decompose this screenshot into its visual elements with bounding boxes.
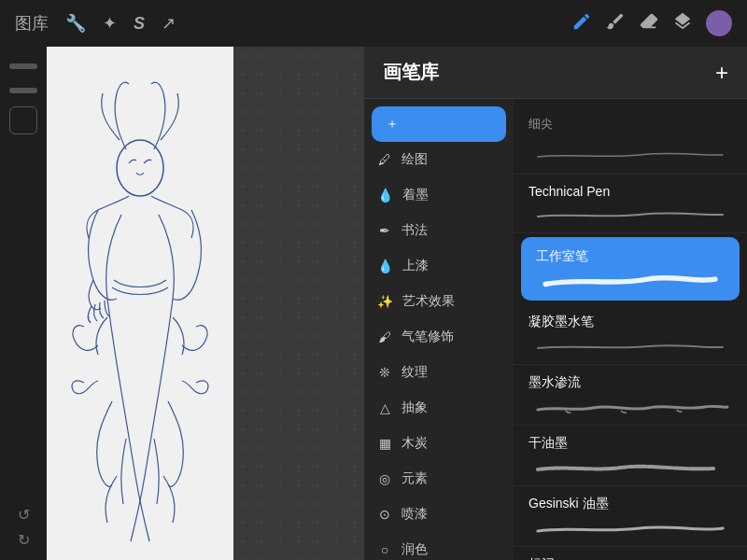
charcoal-label: 木炭: [402, 435, 428, 452]
category-item-spray[interactable]: ⊙ 喷漆: [364, 497, 514, 532]
category-item-painting[interactable]: 💧 上漆: [364, 248, 514, 284]
marker-label: 标记: [529, 556, 732, 560]
eraser-tool-icon[interactable]: [639, 11, 659, 36]
abstract-label: 抽象: [402, 399, 428, 416]
category-list: ＋ 🖊 绘图 💧 着墨 ✒ 书法 💧 上漆: [364, 99, 514, 560]
retouch-label: 润色: [402, 541, 428, 558]
dry-ink-stroke: [529, 457, 732, 476]
category-item-artistic[interactable]: ✨ 艺术效果: [364, 284, 514, 319]
ink-bleed-label: 墨水渗流: [529, 374, 732, 391]
gesinski-stroke: [529, 518, 732, 537]
brush-list: 细尖 Technical Pen: [514, 99, 747, 560]
painting-label: 上漆: [402, 258, 429, 274]
airbrush-icon: 🖌: [377, 329, 392, 344]
size-slider[interactable]: [9, 88, 37, 93]
canvas-area[interactable]: 画笔库 + ＋ 🖊 绘图 💧 着墨 ✒ 书法: [47, 47, 747, 560]
spray-icon: ⊙: [377, 507, 392, 522]
layers-icon[interactable]: [672, 11, 693, 36]
spray-label: 喷漆: [402, 506, 428, 523]
left-sidebar: ↺ ↻: [0, 47, 47, 560]
svg-point-0: [117, 140, 163, 196]
studio-pen-stroke: [536, 271, 725, 289]
magic-icon[interactable]: ✦: [103, 13, 117, 34]
gesinski-label: Gesinski 油墨: [529, 496, 732, 512]
transform-icon[interactable]: ↗: [162, 13, 176, 34]
category-item-drawing[interactable]: 🖊 绘图: [364, 142, 514, 177]
category-item-inking[interactable]: 💧 着墨: [364, 177, 514, 213]
redo-button[interactable]: ↻: [18, 531, 30, 549]
toolbar-left: 图库 🔧 ✦ S ↗: [15, 12, 176, 35]
brush-tool-icon[interactable]: [605, 11, 626, 36]
brush-item-technical-pen[interactable]: Technical Pen: [514, 175, 747, 233]
pen-tool-icon[interactable]: [571, 11, 592, 36]
category-item-add[interactable]: ＋: [372, 106, 506, 142]
dry-ink-label: 干油墨: [529, 435, 732, 452]
technical-pen-stroke: [529, 204, 732, 223]
texture-icon: ❊: [377, 365, 392, 380]
retouch-icon: ○: [377, 542, 392, 557]
calligraphy-icon: ✒: [377, 223, 392, 238]
library-button[interactable]: 图库: [15, 12, 49, 35]
color-picker-btn[interactable]: [9, 106, 37, 134]
technical-pen-label: Technical Pen: [529, 184, 732, 199]
user-avatar[interactable]: [706, 10, 732, 36]
inking-label: 着墨: [402, 187, 429, 203]
drawing-label: 绘图: [402, 151, 428, 168]
brush-library-title: 画笔库: [383, 60, 439, 85]
drawing-icon: 🖊: [377, 152, 392, 167]
painting-icon: 💧: [377, 259, 393, 273]
brush-item-ink-bleed[interactable]: 墨水渗流: [514, 365, 747, 426]
ink-bleed-stroke: [529, 397, 732, 415]
brush-item-gesinski[interactable]: Gesinski 油墨: [514, 486, 747, 547]
wrench-icon[interactable]: 🔧: [65, 13, 86, 34]
undo-button[interactable]: ↺: [18, 506, 30, 524]
toolbar: 图库 🔧 ✦ S ↗: [0, 0, 747, 47]
charcoal-icon: ▦: [377, 436, 392, 451]
brush-content: ＋ 🖊 绘图 💧 着墨 ✒ 书法 💧 上漆: [364, 99, 747, 560]
texture-label: 纹理: [402, 364, 428, 381]
elements-icon: ◎: [377, 471, 392, 486]
abstract-icon: △: [377, 400, 392, 415]
gel-ink-stroke: [529, 336, 732, 355]
calligraphy-label: 书法: [402, 222, 428, 239]
category-item-elements[interactable]: ◎ 元素: [364, 461, 514, 497]
brush-item-marker[interactable]: 标记: [514, 547, 747, 560]
brush-library-panel: 画笔库 + ＋ 🖊 绘图 💧 着墨 ✒ 书法: [364, 47, 747, 560]
brush-item-studio-pen[interactable]: 工作室笔: [521, 237, 740, 301]
inking-icon: 💧: [377, 188, 393, 203]
brush-item-gel-ink[interactable]: 凝胶墨水笔: [514, 304, 747, 365]
airbrush-label: 气笔修饰: [402, 329, 454, 345]
category-item-calligraphy[interactable]: ✒ 书法: [364, 213, 514, 248]
section-header-xijian: 细尖: [514, 106, 747, 136]
studio-pen-label: 工作室笔: [536, 248, 725, 265]
brush-item-dry-ink[interactable]: 干油墨: [514, 426, 747, 486]
brush-stroke-xijian: [529, 146, 732, 164]
elements-label: 元素: [402, 470, 428, 487]
toolbar-right: [571, 10, 732, 36]
category-item-texture[interactable]: ❊ 纹理: [364, 355, 514, 390]
add-brush-button[interactable]: +: [715, 62, 728, 84]
selection-icon[interactable]: S: [134, 14, 145, 34]
category-item-charcoal[interactable]: ▦ 木炭: [364, 426, 514, 461]
artistic-label: 艺术效果: [402, 293, 455, 310]
add-category-icon: ＋: [385, 116, 400, 133]
category-item-airbrush[interactable]: 🖌 气笔修饰: [364, 319, 514, 355]
category-item-abstract[interactable]: △ 抽象: [364, 390, 514, 426]
artistic-icon: ✨: [377, 294, 393, 309]
category-item-retouch[interactable]: ○ 润色: [364, 532, 514, 560]
drawing-paper: [47, 47, 233, 560]
brush-item-xijian[interactable]: [514, 136, 747, 175]
opacity-slider[interactable]: [9, 63, 37, 69]
gel-ink-label: 凝胶墨水笔: [529, 314, 732, 330]
brush-library-header: 画笔库 +: [364, 47, 747, 99]
